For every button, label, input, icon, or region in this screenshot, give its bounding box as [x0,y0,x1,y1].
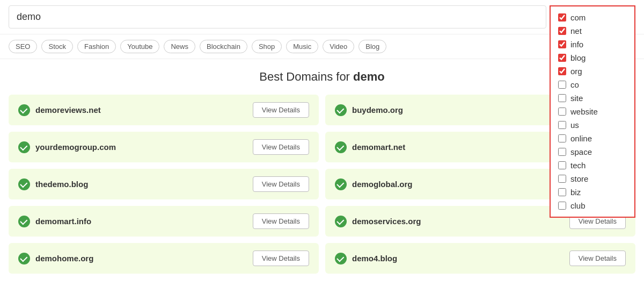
available-icon [335,178,347,190]
domain-card: demomart.infoView Details [9,206,319,237]
tld-label-website: website [570,107,598,116]
tld-checkbox-net[interactable] [558,27,566,35]
domain-card: yourdemogroup.comView Details [9,132,319,162]
tld-checkbox-space[interactable] [558,148,566,156]
header-right: comnetinfoblogorgcositewebsiteusonlinesp… [546,5,635,28]
domain-name: buydemo.org [335,104,403,116]
tag-youtube[interactable]: Youtube [120,40,159,53]
view-details-button[interactable]: View Details [253,139,309,155]
tld-checkbox-info[interactable] [558,40,566,48]
tld-checkbox-com[interactable] [558,13,566,22]
tags-bar: SEOStockFashionYoutubeNewsBlockchainShop… [0,34,644,59]
tld-item-info[interactable]: info [551,38,634,51]
tld-label-store: store [570,174,588,183]
tld-checkbox-biz[interactable] [558,188,566,196]
tld-checkbox-us[interactable] [558,121,566,129]
tag-stock[interactable]: Stock [41,40,73,53]
view-details-button[interactable]: View Details [253,213,309,229]
tld-label-us: us [570,120,579,130]
tld-label-info: info [570,40,583,49]
tld-label-online: online [570,134,592,143]
available-icon [18,216,30,227]
tld-checkbox-blog[interactable] [558,54,566,62]
available-icon [18,253,30,264]
tld-item-blog[interactable]: blog [551,51,634,65]
tag-fashion[interactable]: Fashion [77,40,116,53]
tld-label-space: space [570,147,592,156]
tld-label-co: co [570,80,579,89]
tag-music[interactable]: Music [286,40,318,53]
domain-name: yourdemogroup.com [18,141,116,153]
main-content: Best Domains for demo demoreviews.netVie… [0,59,644,284]
domain-name: demomart.info [18,216,91,227]
view-details-button[interactable]: View Details [253,102,309,118]
available-icon [18,178,30,190]
tld-item-website[interactable]: website [551,105,634,118]
tld-label-com: com [570,13,586,22]
tld-item-space[interactable]: space [551,145,634,159]
tld-label-blog: blog [570,53,586,62]
tld-item-club[interactable]: club [551,199,634,212]
tld-item-org[interactable]: org [551,65,634,78]
domain-name-text: buydemo.org [352,105,403,115]
domain-name-text: yourdemogroup.com [35,142,116,152]
tld-item-biz[interactable]: biz [551,185,634,199]
available-icon [335,141,347,153]
view-details-button[interactable]: View Details [253,251,309,266]
domain-name-text: demomart.info [35,217,91,226]
tld-item-store[interactable]: store [551,172,634,185]
tag-news[interactable]: News [164,40,195,53]
tag-shop[interactable]: Shop [252,40,282,53]
domain-name-text: demoglobal.org [352,180,413,189]
domain-card: demoreviews.netView Details [9,95,319,125]
tag-seo[interactable]: SEO [9,40,37,53]
tld-item-us[interactable]: us [551,118,634,132]
tld-checkbox-website[interactable] [558,108,566,116]
domain-name-text: thedemo.blog [35,180,88,189]
tld-item-tech[interactable]: tech [551,159,634,172]
tld-checkbox-site[interactable] [558,94,566,102]
view-details-button[interactable]: View Details [253,176,309,192]
tld-item-online[interactable]: online [551,132,634,145]
domain-name: demomart.net [335,141,405,153]
search-input[interactable] [9,5,546,28]
tld-label-site: site [570,94,583,103]
domain-name-text: demoservices.org [352,217,421,226]
tld-item-net[interactable]: net [551,24,634,38]
tld-checkbox-store[interactable] [558,175,566,183]
tld-item-co[interactable]: co [551,78,634,91]
tld-label-net: net [570,26,582,35]
domain-name-text: demo4.blog [352,254,397,263]
tld-item-com[interactable]: com [551,11,634,24]
available-icon [335,104,347,116]
domain-name: demoservices.org [335,216,421,227]
tld-label-biz: biz [570,188,581,197]
tld-item-site[interactable]: site [551,91,634,105]
tld-checkbox-co[interactable] [558,81,566,89]
tld-checkbox-online[interactable] [558,134,566,142]
domain-card: thedemo.blogView Details [9,169,319,199]
tld-checkbox-org[interactable] [558,67,566,75]
tag-video[interactable]: Video [323,40,354,53]
view-details-button[interactable]: View Details [569,251,626,266]
page-title: Best Domains for demo [9,70,635,84]
header: comnetinfoblogorgcositewebsiteusonlinesp… [0,0,644,34]
domain-card: demohome.orgView Details [9,243,319,274]
available-icon [335,216,347,227]
domain-name: demo4.blog [335,253,397,264]
domain-name-text: demoreviews.net [35,105,101,115]
tld-label-tech: tech [570,161,586,170]
tld-label-club: club [570,201,586,210]
available-icon [18,141,30,153]
tld-checkbox-club[interactable] [558,202,566,210]
tld-dropdown-panel: comnetinfoblogorgcositewebsiteusonlinesp… [550,5,635,218]
available-icon [18,104,30,116]
tag-blockchain[interactable]: Blockchain [200,40,247,53]
tld-label-org: org [570,67,582,76]
tag-blog[interactable]: Blog [358,40,386,53]
tld-checkbox-tech[interactable] [558,161,566,169]
domains-grid: demoreviews.netView Detailsbuydemo.orgVi… [9,95,635,274]
domain-name-text: demohome.org [35,254,93,263]
available-icon [335,253,347,264]
domain-card: demo4.blogView Details [325,243,635,274]
